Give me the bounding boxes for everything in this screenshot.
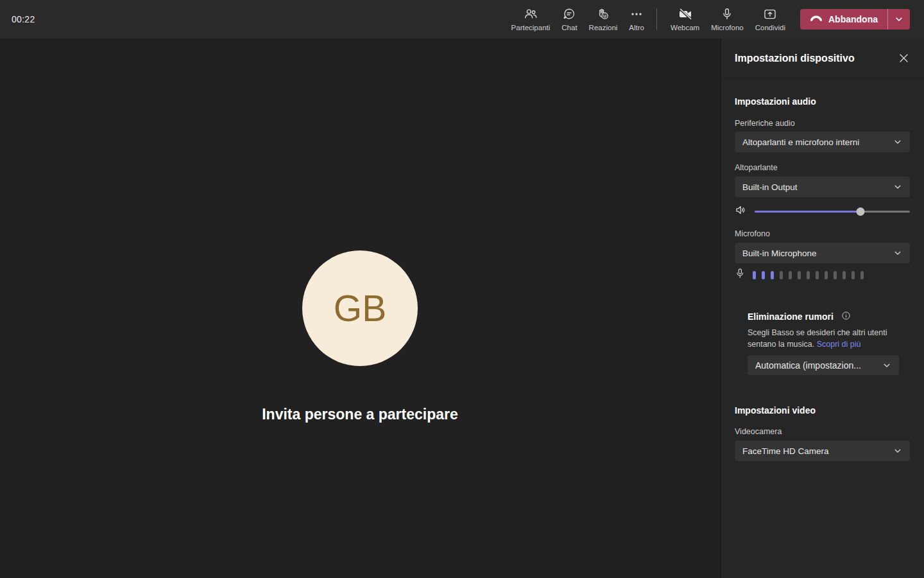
- microphone-icon: [720, 7, 734, 21]
- participants-label: Partecipanti: [511, 24, 551, 31]
- more-label: Altro: [629, 24, 644, 31]
- meeting-top-bar: 00:22 Partecipanti Chat: [0, 0, 924, 39]
- mic-level-bar: [780, 271, 783, 279]
- reactions-label: Reazioni: [589, 24, 618, 31]
- speaker-label: Altoparlante: [735, 162, 910, 173]
- audio-devices-value: Altoparlanti e microfono interni: [742, 137, 893, 147]
- chat-button[interactable]: Chat: [556, 0, 583, 39]
- noise-suppression-value: Automatica (impostazion...: [755, 360, 882, 371]
- speaker-icon: [735, 204, 748, 219]
- noise-suppression-section: Eliminazione rumori Scegli Basso se desi…: [748, 310, 910, 375]
- webcam-toggle-button[interactable]: Webcam: [665, 0, 705, 39]
- speaker-volume-row: [735, 205, 910, 218]
- audio-devices-label: Periferiche audio: [735, 118, 910, 128]
- mic-level-bar: [753, 271, 756, 279]
- participants-button[interactable]: Partecipanti: [506, 0, 556, 39]
- noise-suppression-description: Scegli Basso se desideri che altri utent…: [748, 327, 903, 350]
- mic-label: Microfono: [735, 229, 910, 239]
- toolbar-divider: [656, 8, 657, 30]
- volume-slider[interactable]: [755, 207, 910, 216]
- volume-slider-thumb[interactable]: [856, 207, 864, 216]
- mic-level-bar: [860, 271, 864, 279]
- participants-icon: [524, 7, 538, 21]
- device-settings-panel: Impostazioni dispositivo Impostazioni au…: [720, 39, 924, 578]
- share-screen-icon: [763, 7, 777, 21]
- speaker-value: Built-in Output: [742, 182, 893, 192]
- mic-level-bar: [789, 271, 792, 279]
- hangup-icon: [810, 13, 823, 26]
- mic-level-bar: [816, 271, 819, 279]
- more-button[interactable]: Altro: [623, 0, 650, 39]
- chevron-down-icon: [882, 361, 891, 370]
- meeting-stage: GB Invita persone a partecipare: [0, 39, 720, 578]
- avatar: GB: [302, 250, 418, 366]
- chevron-down-icon: [893, 446, 902, 455]
- mic-level-bar: [762, 271, 765, 279]
- mic-level-bar: [807, 271, 810, 279]
- learn-more-link[interactable]: Scopri di più: [817, 340, 861, 349]
- chat-label: Chat: [561, 24, 577, 31]
- camera-dropdown[interactable]: FaceTime HD Camera: [735, 441, 910, 461]
- meeting-timer: 00:22: [12, 14, 35, 24]
- leave-options-button[interactable]: [888, 9, 910, 30]
- mic-value: Built-in Microphone: [742, 249, 893, 258]
- camera-label: Videocamera: [735, 426, 910, 437]
- webcam-label: Webcam: [671, 24, 699, 31]
- panel-body: Impostazioni audio Periferiche audio Alt…: [721, 95, 924, 461]
- close-icon: [898, 53, 909, 64]
- noise-suppression-heading: Eliminazione rumori: [748, 310, 834, 323]
- chevron-down-icon: [893, 137, 902, 146]
- mic-level-meter: [753, 271, 864, 279]
- mic-level-bar: [843, 271, 846, 279]
- reactions-icon: [596, 7, 610, 21]
- chevron-down-icon: [893, 249, 902, 258]
- leave-button-label: Abbandona: [828, 14, 878, 24]
- reactions-button[interactable]: Reazioni: [583, 0, 624, 39]
- audio-devices-dropdown[interactable]: Altoparlanti e microfono interni: [735, 132, 910, 152]
- mic-level-bar: [798, 271, 801, 279]
- camera-value: FaceTime HD Camera: [742, 446, 893, 456]
- mic-level-bar: [825, 271, 828, 279]
- info-icon[interactable]: [842, 311, 850, 322]
- mic-dropdown[interactable]: Built-in Microphone: [735, 243, 910, 263]
- audio-settings-heading: Impostazioni audio: [735, 95, 910, 108]
- video-settings-heading: Impostazioni video: [735, 404, 910, 417]
- share-button[interactable]: Condividi: [749, 0, 791, 39]
- webcam-off-icon: [678, 7, 693, 21]
- toolbar: Partecipanti Chat: [506, 0, 924, 39]
- noise-suppression-dropdown[interactable]: Automatica (impostazion...: [748, 355, 899, 375]
- close-panel-button[interactable]: [896, 51, 911, 66]
- chat-icon: [562, 7, 576, 21]
- mic-level-bar: [771, 271, 774, 279]
- mic-small-icon: [735, 268, 746, 282]
- panel-title: Impostazioni dispositivo: [735, 53, 896, 64]
- more-icon: [629, 7, 644, 21]
- volume-slider-fill: [755, 211, 860, 213]
- mic-level-bar: [834, 271, 837, 279]
- microphone-label: Microfono: [711, 24, 744, 31]
- leave-button[interactable]: Abbandona: [800, 9, 910, 30]
- microphone-toggle-button[interactable]: Microfono: [705, 0, 749, 39]
- chevron-down-icon: [893, 182, 902, 191]
- chevron-down-icon: [894, 15, 903, 24]
- mic-level-row: [735, 269, 910, 281]
- share-label: Condividi: [755, 24, 785, 31]
- panel-header: Impostazioni dispositivo: [721, 39, 924, 78]
- mic-level-bar: [851, 271, 855, 279]
- invite-text: Invita persone a partecipare: [262, 406, 458, 423]
- speaker-dropdown[interactable]: Built-in Output: [735, 177, 910, 197]
- leave-button-main[interactable]: Abbandona: [800, 9, 887, 30]
